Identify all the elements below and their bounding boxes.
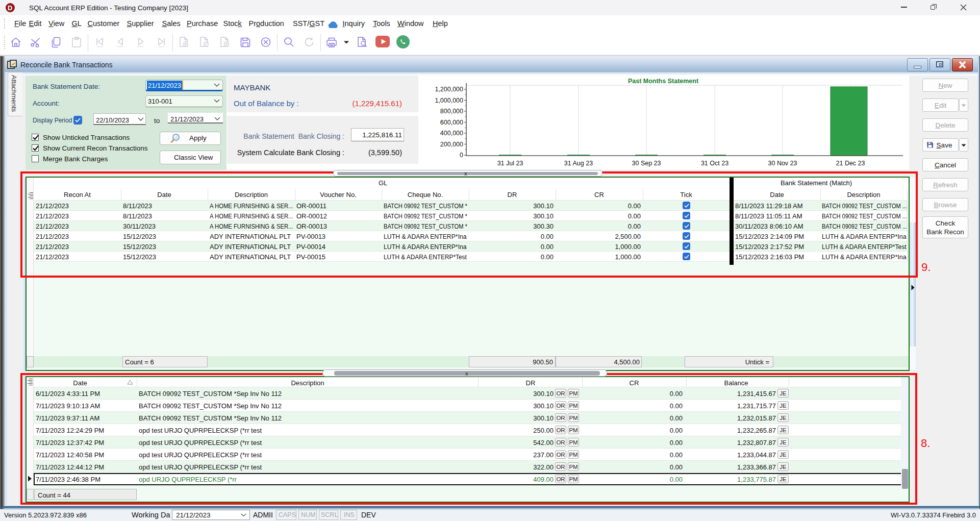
svg-text:31 Aug 23: 31 Aug 23 (564, 160, 593, 167)
svg-text:31 Jul 23: 31 Jul 23 (497, 160, 523, 167)
svg-text:30 Sep 23: 30 Sep 23 (632, 160, 661, 167)
svg-text:1,000,000: 1,000,000 (435, 97, 463, 104)
svg-text:600,000: 600,000 (440, 119, 463, 126)
svg-text:800,000: 800,000 (440, 108, 463, 115)
svg-text:31 Oct 23: 31 Oct 23 (701, 160, 728, 167)
svg-text:Past Months Statement: Past Months Statement (628, 78, 699, 85)
svg-text:21 Dec 23: 21 Dec 23 (836, 160, 865, 167)
svg-text:400,000: 400,000 (440, 130, 463, 137)
svg-text:30 Nov 23: 30 Nov 23 (768, 160, 797, 167)
svg-text:200,000: 200,000 (440, 141, 463, 148)
svg-text:1,200,000: 1,200,000 (435, 86, 463, 93)
svg-text:0: 0 (460, 152, 463, 159)
